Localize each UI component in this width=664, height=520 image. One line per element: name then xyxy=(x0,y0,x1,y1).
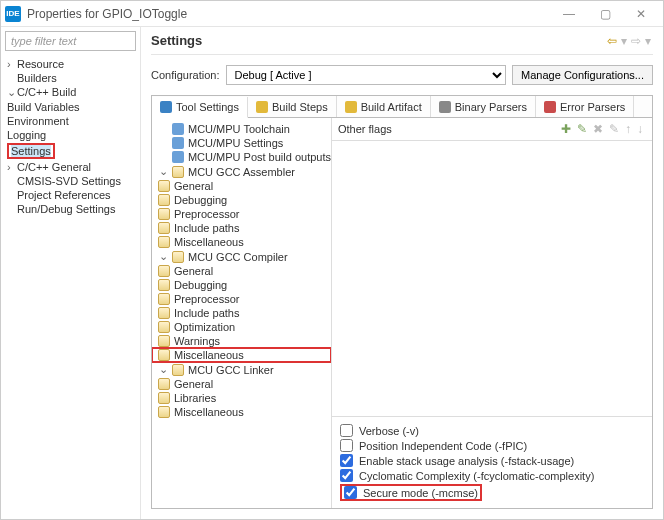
label: MCU/MPU Settings xyxy=(188,137,283,149)
tool-node-asm-preproc[interactable]: Preprocessor xyxy=(152,207,331,221)
chip-icon xyxy=(172,137,184,149)
page-icon xyxy=(158,180,170,192)
tool-node-l-general[interactable]: General xyxy=(152,377,331,391)
tool-node-l-misc[interactable]: Miscellaneous xyxy=(152,405,331,419)
tool-node-c-opt[interactable]: Optimization xyxy=(152,320,331,334)
tree-item-logging[interactable]: Logging xyxy=(1,128,140,142)
page-icon xyxy=(158,406,170,418)
add-icon[interactable]: ✚ xyxy=(561,122,571,136)
tool-node-compiler[interactable]: ⌄MCU GCC Compiler xyxy=(152,249,331,264)
window-titlebar: IDE Properties for GPIO_IOToggle — ▢ ✕ xyxy=(1,1,663,27)
tab-binary-parsers[interactable]: Binary Parsers xyxy=(431,96,536,117)
label: Binary Parsers xyxy=(455,101,527,113)
cyclo-label: Cyclomatic Complexity (-fcyclomatic-comp… xyxy=(359,470,594,482)
main-content: Settings ⇦ ▾ ⇨ ▾ Configuration: Debug [ … xyxy=(141,27,663,519)
label: Debugging xyxy=(174,194,227,206)
tree-item-builders[interactable]: Builders xyxy=(1,71,140,85)
chip-icon xyxy=(172,151,184,163)
secure-checkbox[interactable] xyxy=(344,486,357,499)
tab-tool-settings[interactable]: Tool Settings xyxy=(152,97,248,118)
tool-node-c-include[interactable]: Include paths xyxy=(152,306,331,320)
tool-node-c-warn[interactable]: Warnings xyxy=(152,334,331,348)
window-title: Properties for GPIO_IOToggle xyxy=(27,7,551,21)
cyclo-checkbox[interactable] xyxy=(340,469,353,482)
tool-node-c-general[interactable]: General xyxy=(152,264,331,278)
label: Settings xyxy=(11,145,51,157)
nav-back-menu-icon[interactable]: ▾ xyxy=(621,34,627,48)
label: MCU/MPU Toolchain xyxy=(188,123,290,135)
config-label: Configuration: xyxy=(151,69,220,81)
artifact-icon xyxy=(345,101,357,113)
tree-item-environment[interactable]: Environment xyxy=(1,114,140,128)
left-sidebar: type filter text ›Resource Builders ⌄C/C… xyxy=(1,27,141,519)
label: MCU GCC Assembler xyxy=(188,166,295,178)
page-icon xyxy=(158,321,170,333)
tool-node-post-build[interactable]: MCU/MPU Post build outputs xyxy=(152,150,331,164)
tool-node-c-misc[interactable]: Miscellaneous xyxy=(152,348,331,362)
tool-node-l-libs[interactable]: Libraries xyxy=(152,391,331,405)
nav-back-icon[interactable]: ⇦ xyxy=(607,34,617,48)
other-flags-list[interactable] xyxy=(332,141,652,416)
tool-node-asm-debugging[interactable]: Debugging xyxy=(152,193,331,207)
label: Run/Debug Settings xyxy=(17,203,115,215)
label: Builders xyxy=(17,72,57,84)
label: Build Steps xyxy=(272,101,328,113)
tree-item-cmsis[interactable]: CMSIS-SVD Settings xyxy=(1,174,140,188)
filter-input[interactable]: type filter text xyxy=(5,31,136,51)
label: Debugging xyxy=(174,279,227,291)
tree-item-cpp-general[interactable]: ›C/C++ General xyxy=(1,160,140,174)
close-button[interactable]: ✕ xyxy=(623,7,659,21)
stack-checkbox[interactable] xyxy=(340,454,353,467)
label: Miscellaneous xyxy=(174,236,244,248)
maximize-button[interactable]: ▢ xyxy=(587,7,623,21)
move-down-icon[interactable]: ↓ xyxy=(637,122,643,136)
tab-error-parsers[interactable]: Error Parsers xyxy=(536,96,634,117)
nav-fwd-menu-icon[interactable]: ▾ xyxy=(645,34,651,48)
page-icon xyxy=(158,349,170,361)
label: Libraries xyxy=(174,392,216,404)
label: MCU GCC Linker xyxy=(188,364,274,376)
tool-node-c-preproc[interactable]: Preprocessor xyxy=(152,292,331,306)
verbose-label: Verbose (-v) xyxy=(359,425,419,437)
manage-configs-button[interactable]: Manage Configurations... xyxy=(512,65,653,85)
label: Preprocessor xyxy=(174,293,239,305)
label: MCU GCC Compiler xyxy=(188,251,288,263)
tool-node-asm-include[interactable]: Include paths xyxy=(152,221,331,235)
settings-tabs: Tool Settings Build Steps Build Artifact… xyxy=(151,95,653,117)
label: C/C++ General xyxy=(17,161,91,173)
tree-item-settings[interactable]: Settings xyxy=(1,142,140,160)
tree-item-resource[interactable]: ›Resource xyxy=(1,57,140,71)
label: General xyxy=(174,265,213,277)
tool-node-linker[interactable]: ⌄MCU GCC Linker xyxy=(152,362,331,377)
nav-forward-icon[interactable]: ⇨ xyxy=(631,34,641,48)
minimize-button[interactable]: — xyxy=(551,7,587,21)
label: Include paths xyxy=(174,222,239,234)
label: Build Variables xyxy=(7,101,80,113)
label: Preprocessor xyxy=(174,208,239,220)
delete-icon[interactable]: ✖ xyxy=(593,122,603,136)
verbose-checkbox[interactable] xyxy=(340,424,353,437)
tool-node-assembler[interactable]: ⌄MCU GCC Assembler xyxy=(152,164,331,179)
tree-item-cpp-build[interactable]: ⌄C/C++ Build xyxy=(1,85,140,100)
add-path-icon[interactable]: ✎ xyxy=(577,122,587,136)
move-up-icon[interactable]: ↑ xyxy=(625,122,631,136)
tab-build-steps[interactable]: Build Steps xyxy=(248,96,337,117)
config-select[interactable]: Debug [ Active ] xyxy=(226,65,507,85)
tool-node-asm-general[interactable]: General xyxy=(152,179,331,193)
pic-checkbox[interactable] xyxy=(340,439,353,452)
chip-icon xyxy=(172,123,184,135)
tool-node-asm-misc[interactable]: Miscellaneous xyxy=(152,235,331,249)
tool-tree: MCU/MPU Toolchain MCU/MPU Settings MCU/M… xyxy=(152,118,332,508)
error-icon xyxy=(544,101,556,113)
tree-item-build-variables[interactable]: Build Variables xyxy=(1,100,140,114)
tool-node-mpu-settings[interactable]: MCU/MPU Settings xyxy=(152,136,331,150)
edit-icon[interactable]: ✎ xyxy=(609,122,619,136)
tree-item-run-debug[interactable]: Run/Debug Settings xyxy=(1,202,140,216)
tool-node-c-debugging[interactable]: Debugging xyxy=(152,278,331,292)
tab-build-artifact[interactable]: Build Artifact xyxy=(337,96,431,117)
tool-node-toolchain[interactable]: MCU/MPU Toolchain xyxy=(152,122,331,136)
page-icon xyxy=(158,378,170,390)
tree-item-proj-refs[interactable]: Project References xyxy=(1,188,140,202)
label: Warnings xyxy=(174,335,220,347)
label: MCU/MPU Post build outputs xyxy=(188,151,331,163)
